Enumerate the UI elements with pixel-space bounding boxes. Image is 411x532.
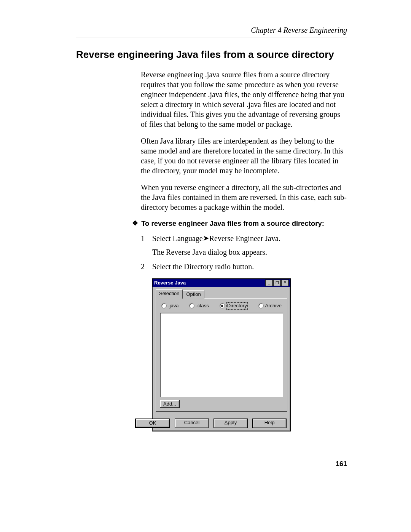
intro-paragraph-2: Often Java library files are interdepend… [141, 136, 347, 176]
intro-paragraph-1: Reverse engineering .java source files f… [141, 70, 347, 129]
page-number: 161 [336, 460, 347, 468]
section-title: Reverse engineering Java files from a so… [76, 49, 347, 61]
procedure-heading-text: To reverse engineer Java files from a so… [141, 219, 324, 227]
file-listbox[interactable] [160, 313, 283, 397]
maximize-icon[interactable]: ◻ [273, 280, 281, 286]
apply-button[interactable]: Apply [213, 419, 248, 428]
tab-option[interactable]: Option [183, 290, 204, 299]
radio-icon [220, 303, 225, 308]
radio-java[interactable]: .java [161, 302, 178, 310]
diamond-bullet-icon: ❖ [131, 219, 139, 228]
dialog-titlebar[interactable]: Reverse Java _ ◻ × [153, 279, 290, 287]
help-button[interactable]: Help [252, 419, 287, 428]
procedure-heading: ❖ To reverse engineer Java files from a … [131, 219, 347, 228]
radio-class[interactable]: .class [189, 302, 209, 310]
add-button[interactable]: Add... [160, 400, 180, 408]
close-icon[interactable]: × [281, 280, 289, 286]
cancel-button[interactable]: Cancel [175, 419, 209, 428]
radio-icon [189, 303, 194, 308]
tab-strip: Selection Option [156, 289, 287, 299]
minimize-icon[interactable]: _ [265, 280, 273, 286]
step-1: 1 Select Language➤Reverse Engineer Java.… [141, 233, 347, 257]
step-1-text-b: Reverse Engineer Java. [209, 234, 280, 243]
step-2-text: Select the Directory radio button. [152, 262, 347, 272]
radio-archive[interactable]: Archive [258, 302, 282, 310]
intro-paragraph-3: When you reverse engineer a directory, a… [141, 182, 347, 212]
radio-directory[interactable]: Directory [220, 302, 248, 310]
step-2-number: 2 [141, 262, 152, 272]
tab-selection[interactable]: Selection [156, 289, 183, 299]
running-header: Chapter 4 Reverse Engineering [76, 26, 347, 35]
step-1-number: 1 [141, 233, 152, 257]
menu-arrow-icon: ➤ [203, 233, 209, 243]
header-rule [76, 37, 347, 37]
tab-panel-selection: .java .class Directory [156, 298, 287, 412]
step-2: 2 Select the Directory radio button. [141, 262, 347, 272]
ok-button[interactable]: OK [135, 419, 170, 428]
radio-icon [161, 303, 167, 308]
radio-icon [258, 303, 264, 308]
step-1-result: The Reverse Java dialog box appears. [152, 247, 347, 257]
dialog-screenshot: Reverse Java _ ◻ × Selection Option [152, 278, 347, 431]
dialog-title-text: Reverse Java [154, 280, 265, 286]
step-1-text-a: Select Language [152, 234, 203, 243]
